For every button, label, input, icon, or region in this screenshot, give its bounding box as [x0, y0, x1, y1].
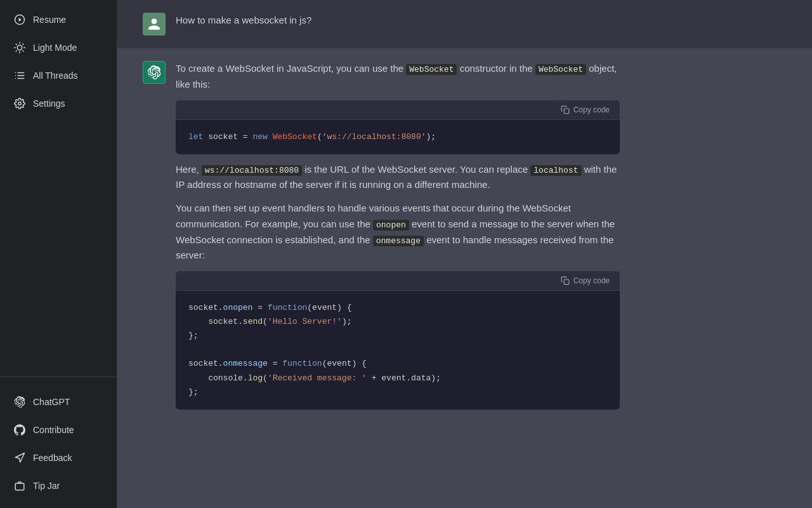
inline-code-websocket2: WebSocket: [535, 64, 586, 75]
code-block-2-content: socket.onopen = function(event) { socket…: [176, 291, 620, 410]
play-circle-icon: [14, 14, 25, 25]
sidebar-divider: [0, 377, 117, 377]
code-block-1-content: let socket = new WebSocket('ws://localho…: [176, 120, 620, 154]
sidebar-label-contribute: Contribute: [33, 425, 74, 435]
code-line-7: };: [188, 385, 607, 399]
sidebar-bottom: ChatGPT Contribute Feedback Tip Jar: [0, 382, 117, 508]
assistant-paragraph-2: Here, ws://localhost:8080 is the URL of …: [176, 162, 620, 194]
assistant-paragraph-3: You can then set up event handlers to ha…: [176, 201, 620, 264]
clipboard-icon-2: [561, 276, 570, 285]
openai-icon: [14, 396, 25, 408]
sidebar-item-chatgpt[interactable]: ChatGPT: [4, 389, 113, 415]
list-icon: [14, 70, 25, 81]
svg-rect-18: [564, 109, 569, 114]
assistant-message-text: To create a WebSocket in JavaScript, you…: [176, 61, 620, 417]
user-icon: [147, 17, 161, 31]
inline-code-websocket1: WebSocket: [406, 64, 457, 75]
sidebar-label-light-mode: Light Mode: [33, 43, 77, 53]
sidebar-item-resume[interactable]: Resume: [4, 6, 113, 33]
user-message: How to make a websocket in js?: [117, 0, 812, 48]
inline-code-url: ws://localhost:8080: [202, 165, 302, 176]
svg-line-6: [23, 51, 23, 51]
main-content: How to make a websocket in js? To create…: [117, 0, 812, 508]
sidebar-label-chatgpt: ChatGPT: [33, 397, 70, 407]
user-avatar: [143, 13, 166, 36]
sidebar-label-settings: Settings: [33, 98, 65, 109]
svg-rect-19: [564, 279, 569, 284]
code-block-1-header: Copy code: [176, 100, 620, 120]
sidebar-item-all-threads[interactable]: All Threads: [4, 62, 113, 89]
inline-code-localhost: localhost: [530, 165, 581, 176]
megaphone-icon: [14, 452, 25, 464]
github-icon: [14, 424, 25, 436]
inline-code-onopen: onopen: [373, 220, 409, 231]
sidebar-item-tip-jar[interactable]: Tip Jar: [4, 472, 113, 499]
sidebar-item-light-mode[interactable]: Light Mode: [4, 34, 113, 61]
sidebar-top: Resume Light Mode: [0, 0, 117, 371]
assistant-message: To create a WebSocket in JavaScript, you…: [117, 48, 812, 430]
svg-line-10: [23, 44, 23, 44]
sidebar-item-feedback[interactable]: Feedback: [4, 444, 113, 471]
code-line-4: [188, 343, 607, 357]
inline-code-onmessage: onmessage: [373, 236, 424, 246]
tip-icon: [14, 480, 25, 491]
sun-icon: [14, 42, 25, 53]
copy-code-button-1[interactable]: Copy code: [558, 104, 612, 116]
sidebar-item-contribute[interactable]: Contribute: [4, 417, 113, 443]
clipboard-icon-1: [561, 105, 570, 114]
assistant-logo-icon: [147, 65, 161, 79]
svg-point-2: [17, 45, 22, 50]
copy-code-label-2: Copy code: [573, 276, 610, 285]
sidebar-label-tip-jar: Tip Jar: [33, 481, 60, 491]
copy-code-button-2[interactable]: Copy code: [558, 275, 612, 286]
sidebar-label-feedback: Feedback: [33, 453, 72, 463]
code-line-5: socket.onmessage = function(event) {: [188, 357, 607, 371]
code-block-1: Copy code let socket = new WebSocket('ws…: [176, 100, 620, 154]
sidebar-label-resume: Resume: [33, 15, 66, 25]
sidebar-item-settings[interactable]: Settings: [4, 90, 113, 117]
gear-icon: [14, 98, 25, 109]
code-line-2: socket.send('Hello Server!');: [188, 315, 607, 329]
svg-marker-1: [19, 18, 22, 22]
user-message-text: How to make a websocket in js?: [176, 13, 620, 29]
svg-point-17: [18, 102, 22, 105]
code-line-3: };: [188, 329, 607, 343]
svg-line-9: [16, 51, 16, 51]
sidebar: Resume Light Mode: [0, 0, 117, 508]
copy-code-label-1: Copy code: [573, 105, 610, 114]
sidebar-label-all-threads: All Threads: [33, 70, 78, 81]
code-block-2-header: Copy code: [176, 271, 620, 291]
assistant-paragraph-1: To create a WebSocket in JavaScript, you…: [176, 61, 620, 93]
code-line-6: console.log('Received message: ' + event…: [188, 371, 607, 385]
assistant-avatar: [143, 61, 166, 84]
svg-line-5: [16, 44, 16, 44]
code-block-2: Copy code socket.onopen = function(event…: [176, 271, 620, 410]
code-line-1: socket.onopen = function(event) {: [188, 301, 607, 315]
